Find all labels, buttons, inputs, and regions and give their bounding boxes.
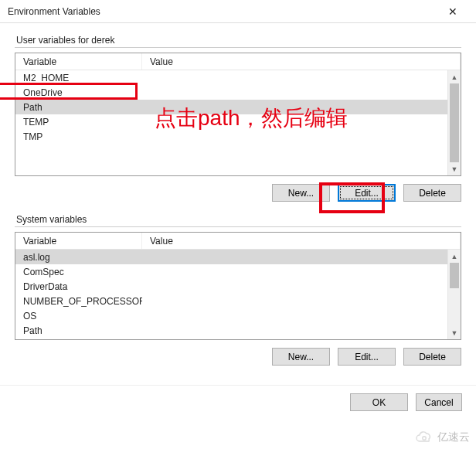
list-header: Variable Value bbox=[15, 233, 461, 250]
table-row[interactable]: asl.log bbox=[15, 250, 461, 264]
cell-value bbox=[142, 270, 461, 274]
table-row[interactable]: M2_HOME bbox=[15, 70, 461, 85]
cell-value bbox=[142, 329, 461, 332]
cell-variable: NUMBER_OF_PROCESSORS bbox=[15, 294, 142, 308]
cell-variable: asl.log bbox=[15, 250, 142, 264]
cell-variable: Path bbox=[15, 324, 142, 338]
system-variables-group: System variables Variable Value asl.logC… bbox=[14, 213, 462, 369]
scroll-down-icon[interactable]: ▼ bbox=[448, 326, 461, 339]
user-button-row: New... Edit... Delete bbox=[15, 176, 461, 205]
scroll-track[interactable] bbox=[448, 83, 461, 162]
scrollbar[interactable]: ▲ ▼ bbox=[447, 70, 461, 175]
cell-variable: OneDrive bbox=[15, 86, 142, 100]
cell-value bbox=[142, 121, 461, 124]
list-body: asl.logComSpecDriverDataNUMBER_OF_PROCES… bbox=[15, 250, 461, 339]
table-row[interactable]: OS bbox=[15, 308, 461, 323]
divider bbox=[15, 47, 461, 48]
user-variables-group: User variables for derek Variable Value … bbox=[14, 34, 462, 206]
cancel-button[interactable]: Cancel bbox=[416, 393, 462, 411]
system-delete-button[interactable]: Delete bbox=[403, 348, 461, 366]
titlebar: Environment Variables ✕ bbox=[0, 0, 476, 23]
watermark: 亿速云 bbox=[414, 430, 470, 444]
cell-variable: OS bbox=[15, 309, 142, 323]
col-header-variable[interactable]: Variable bbox=[15, 233, 142, 249]
cell-variable: DriverData bbox=[15, 280, 142, 294]
col-header-value[interactable]: Value bbox=[142, 53, 461, 70]
table-row[interactable]: TEMP bbox=[15, 114, 461, 129]
cell-variable: Path bbox=[15, 100, 142, 114]
close-icon[interactable]: ✕ bbox=[437, 5, 468, 18]
cell-value bbox=[142, 106, 461, 109]
svg-point-0 bbox=[423, 437, 426, 440]
table-row[interactable]: Path bbox=[15, 100, 461, 114]
ok-button[interactable]: OK bbox=[350, 393, 408, 411]
cell-variable: M2_HOME bbox=[15, 71, 142, 85]
system-group-label: System variables bbox=[15, 214, 461, 225]
cell-value bbox=[142, 315, 461, 318]
window-title: Environment Variables bbox=[8, 6, 100, 17]
cell-variable: TEMP bbox=[15, 115, 142, 129]
scroll-down-icon[interactable]: ▼ bbox=[448, 162, 461, 175]
cell-variable: PATHEXT bbox=[15, 338, 142, 340]
table-row[interactable]: NUMBER_OF_PROCESSORS bbox=[15, 294, 461, 308]
scroll-track[interactable] bbox=[448, 263, 461, 326]
system-variables-list[interactable]: Variable Value asl.logComSpecDriverDataN… bbox=[15, 232, 461, 340]
cell-variable: TMP bbox=[15, 130, 142, 144]
scroll-up-icon[interactable]: ▲ bbox=[448, 70, 461, 83]
user-variables-list[interactable]: Variable Value M2_HOMEOneDrivePathTEMPTM… bbox=[15, 53, 461, 176]
col-header-value[interactable]: Value bbox=[142, 233, 461, 249]
cloud-icon bbox=[414, 430, 434, 444]
scrollbar[interactable]: ▲ ▼ bbox=[447, 250, 461, 339]
dialog-content: User variables for derek Variable Value … bbox=[0, 23, 476, 385]
user-delete-button[interactable]: Delete bbox=[403, 184, 461, 202]
table-row[interactable]: TMP bbox=[15, 129, 461, 144]
user-group-label: User variables for derek bbox=[15, 35, 461, 46]
cell-value bbox=[142, 300, 461, 303]
scroll-thumb[interactable] bbox=[450, 83, 459, 162]
dialog-button-row: OK Cancel bbox=[0, 385, 476, 420]
table-row[interactable]: PATHEXT bbox=[15, 338, 461, 339]
cell-value bbox=[142, 256, 461, 259]
scroll-thumb[interactable] bbox=[450, 263, 459, 288]
col-header-variable[interactable]: Variable bbox=[15, 53, 142, 70]
scroll-up-icon[interactable]: ▲ bbox=[448, 250, 461, 263]
cell-variable: ComSpec bbox=[15, 265, 142, 279]
cell-value bbox=[142, 91, 461, 94]
watermark-text: 亿速云 bbox=[437, 430, 470, 444]
table-row[interactable]: OneDrive bbox=[15, 85, 461, 100]
list-body: M2_HOMEOneDrivePathTEMPTMP bbox=[15, 70, 461, 175]
system-button-row: New... Edit... Delete bbox=[15, 340, 461, 369]
cell-value bbox=[142, 135, 461, 138]
system-edit-button[interactable]: Edit... bbox=[338, 348, 396, 366]
table-row[interactable]: DriverData bbox=[15, 279, 461, 294]
cell-value bbox=[142, 285, 461, 288]
table-row[interactable]: ComSpec bbox=[15, 264, 461, 279]
cell-value bbox=[142, 77, 461, 80]
list-header: Variable Value bbox=[15, 53, 461, 70]
system-new-button[interactable]: New... bbox=[272, 348, 330, 366]
user-new-button[interactable]: New... bbox=[272, 184, 330, 202]
table-row[interactable]: Path bbox=[15, 323, 461, 338]
user-edit-button[interactable]: Edit... bbox=[338, 184, 396, 202]
divider bbox=[15, 226, 461, 227]
